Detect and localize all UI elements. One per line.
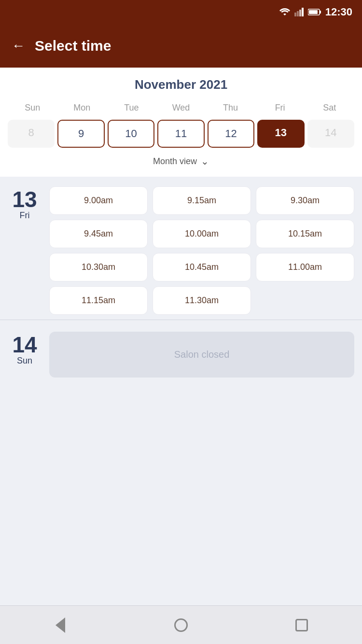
svg-rect-3 xyxy=(302,8,304,16)
timeslot-1000am[interactable]: 10.00am xyxy=(153,220,251,248)
timeslot-1100am[interactable]: 11.00am xyxy=(256,253,354,281)
chevron-down-icon: ⌄ xyxy=(201,155,209,167)
status-time: 12:30 xyxy=(325,6,352,18)
svg-rect-0 xyxy=(294,13,296,16)
nav-recents-button[interactable] xyxy=(293,616,310,634)
nav-back-button[interactable] xyxy=(52,616,69,634)
date-9[interactable]: 9 xyxy=(57,120,104,148)
timeslot-945am[interactable]: 9.45am xyxy=(49,220,148,248)
timeslot-915am[interactable]: 9.15am xyxy=(153,186,251,215)
weekday-tue: Tue xyxy=(107,101,156,115)
timeslot-1130am[interactable]: 11.30am xyxy=(153,286,251,315)
weekday-fri: Fri xyxy=(255,101,305,115)
day-14-number: 14 xyxy=(12,334,37,356)
status-icons: 12:30 xyxy=(279,6,352,18)
svg-rect-5 xyxy=(320,11,321,14)
day-13-name: Fri xyxy=(20,210,30,221)
page-title: Select time xyxy=(35,38,111,54)
day-14-name: Sun xyxy=(17,356,32,366)
back-button[interactable]: ← xyxy=(12,38,25,54)
salon-closed-label: Salon closed xyxy=(174,349,230,360)
timeslot-1045am[interactable]: 10.45am xyxy=(153,253,251,281)
date-8[interactable]: 8 xyxy=(8,120,55,148)
status-bar: 12:30 xyxy=(0,0,362,24)
calendar-month: November 2021 xyxy=(8,77,354,92)
timeslot-1015am[interactable]: 10.15am xyxy=(256,220,354,248)
month-view-label: Month view xyxy=(153,156,197,167)
bottom-nav xyxy=(0,605,362,644)
timeslot-900am[interactable]: 9.00am xyxy=(49,186,148,215)
signal-icon xyxy=(294,8,304,16)
nav-home-button[interactable] xyxy=(172,616,190,634)
calendar-dates: 8 9 10 11 12 13 14 xyxy=(8,120,354,148)
back-triangle-icon xyxy=(56,617,65,633)
month-view-toggle[interactable]: Month view ⌄ xyxy=(8,148,354,172)
weekday-thu: Thu xyxy=(206,101,255,115)
timeslot-930am[interactable]: 9.30am xyxy=(256,186,354,215)
date-14[interactable]: 14 xyxy=(307,120,354,148)
day-14-row: 14 Sun Salon closed xyxy=(8,332,354,378)
day-14-section: 14 Sun Salon closed xyxy=(0,320,362,382)
date-13[interactable]: 13 xyxy=(257,120,304,148)
day-14-label: 14 Sun xyxy=(8,332,42,378)
svg-rect-2 xyxy=(299,10,301,16)
timeslot-1030am[interactable]: 10.30am xyxy=(49,253,148,281)
svg-rect-6 xyxy=(309,10,318,14)
date-11[interactable]: 11 xyxy=(157,120,204,148)
recents-square-icon xyxy=(295,619,308,631)
timeslot-1115am[interactable]: 11.15am xyxy=(49,286,148,315)
date-12[interactable]: 12 xyxy=(208,120,254,148)
app-header: ← Select time xyxy=(0,24,362,68)
date-10[interactable]: 10 xyxy=(108,120,154,148)
calendar-weekdays: Sun Mon Tue Wed Thu Fri Sat xyxy=(8,101,354,115)
salon-closed-block: Salon closed xyxy=(49,332,354,378)
home-circle-icon xyxy=(174,618,188,632)
weekday-sat: Sat xyxy=(305,101,354,115)
day-13-label: 13 Fri xyxy=(8,186,42,315)
wifi-icon xyxy=(279,8,291,16)
day-13-row: 13 Fri 9.00am 9.15am 9.30am 9.45am 10.00… xyxy=(8,186,354,315)
day-13-number: 13 xyxy=(12,188,37,210)
weekday-mon: Mon xyxy=(57,101,107,115)
weekday-sun: Sun xyxy=(8,101,57,115)
battery-icon xyxy=(308,8,321,16)
calendar-section: November 2021 Sun Mon Tue Wed Thu Fri Sa… xyxy=(0,68,362,177)
weekday-wed: Wed xyxy=(156,101,206,115)
timeslots-section: 13 Fri 9.00am 9.15am 9.30am 9.45am 10.00… xyxy=(0,177,362,605)
day-13-section: 13 Fri 9.00am 9.15am 9.30am 9.45am 10.00… xyxy=(0,177,362,320)
svg-rect-1 xyxy=(297,11,299,16)
day-13-time-grid: 9.00am 9.15am 9.30am 9.45am 10.00am 10.1… xyxy=(49,186,354,315)
